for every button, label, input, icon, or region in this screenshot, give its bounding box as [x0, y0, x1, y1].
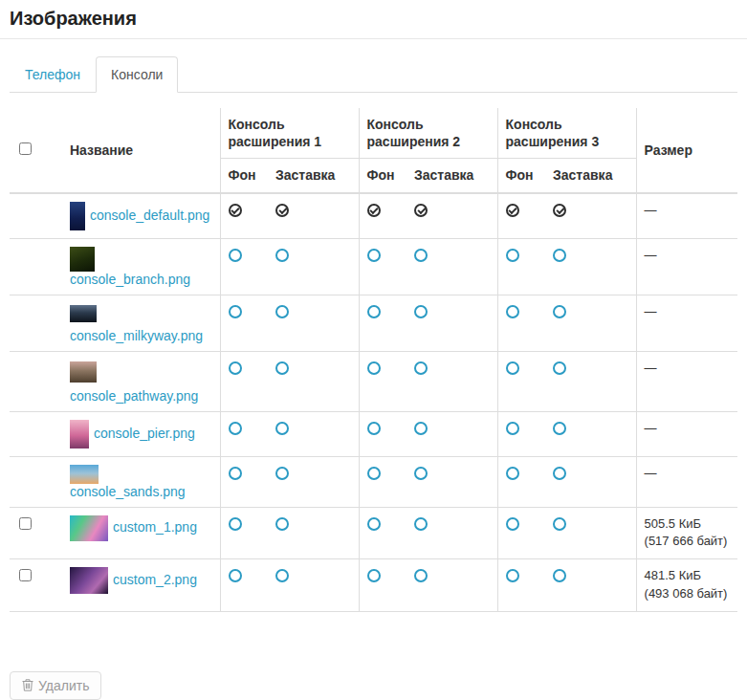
- background-radio[interactable]: [367, 422, 381, 435]
- splash-radio[interactable]: [275, 517, 289, 531]
- radio-cell: [545, 351, 636, 411]
- size-cell: —: [636, 238, 737, 295]
- file-link[interactable]: custom_2.png: [113, 572, 197, 587]
- background-radio[interactable]: [367, 517, 381, 531]
- file-link[interactable]: console_default.png: [90, 207, 209, 222]
- background-radio[interactable]: [506, 517, 519, 531]
- splash-radio[interactable]: [275, 361, 289, 375]
- splash-radio[interactable]: [414, 361, 428, 375]
- footer-bar: Удалить: [10, 671, 737, 700]
- trash-icon: [22, 679, 33, 691]
- background-radio[interactable]: [506, 204, 519, 217]
- file-link[interactable]: console_branch.png: [70, 272, 190, 287]
- row-select-cell: [10, 559, 62, 612]
- background-radio[interactable]: [229, 305, 242, 318]
- size-value: —: [645, 247, 730, 265]
- background-radio[interactable]: [229, 467, 242, 480]
- row-checkbox[interactable]: [19, 569, 32, 581]
- radio-cell: [359, 411, 406, 456]
- splash-radio[interactable]: [275, 305, 289, 318]
- radio-cell: [220, 295, 268, 351]
- size-cell: —: [636, 351, 737, 411]
- background-radio[interactable]: [229, 361, 242, 375]
- background-radio[interactable]: [367, 204, 381, 217]
- splash-radio[interactable]: [553, 517, 566, 531]
- radio-cell: [220, 507, 268, 559]
- splash-radio[interactable]: [275, 249, 289, 262]
- radio-cell: [359, 351, 406, 411]
- splash-radio[interactable]: [553, 361, 566, 375]
- background-radio[interactable]: [229, 569, 242, 582]
- splash-radio[interactable]: [414, 517, 428, 531]
- background-radio[interactable]: [229, 422, 242, 435]
- background-radio[interactable]: [506, 361, 519, 375]
- file-link[interactable]: console_milkyway.png: [70, 328, 203, 343]
- size-cell: —: [636, 456, 737, 507]
- splash-radio[interactable]: [414, 204, 428, 217]
- image-thumbnail: [70, 420, 89, 448]
- delete-button[interactable]: Удалить: [10, 671, 101, 700]
- splash-radio[interactable]: [414, 249, 428, 262]
- tab-phone[interactable]: Телефон: [10, 56, 96, 93]
- background-radio[interactable]: [367, 569, 381, 582]
- background-radio[interactable]: [506, 467, 519, 480]
- splash-radio[interactable]: [414, 467, 428, 480]
- splash-radio[interactable]: [275, 569, 289, 582]
- background-radio[interactable]: [229, 249, 242, 262]
- splash-radio[interactable]: [275, 467, 289, 480]
- size-value: —: [645, 360, 730, 378]
- background-radio[interactable]: [506, 305, 519, 318]
- radio-cell: [406, 507, 497, 559]
- background-radio[interactable]: [229, 204, 242, 217]
- column-header-splash-1: Заставка: [268, 159, 359, 193]
- radio-cell: [359, 193, 406, 239]
- size-cell: —: [636, 193, 737, 239]
- splash-radio[interactable]: [553, 467, 566, 480]
- background-radio[interactable]: [367, 249, 381, 262]
- splash-radio[interactable]: [553, 305, 566, 318]
- radio-cell: [497, 456, 545, 507]
- file-link[interactable]: console_sands.png: [70, 484, 186, 499]
- background-radio[interactable]: [506, 249, 519, 262]
- size-bytes: (493 068 байт): [645, 585, 730, 603]
- radio-cell: [545, 559, 636, 612]
- radio-cell: [406, 559, 497, 612]
- radio-cell: [220, 238, 268, 295]
- file-link[interactable]: console_pathway.png: [70, 388, 198, 404]
- splash-radio[interactable]: [553, 422, 566, 435]
- splash-radio[interactable]: [275, 422, 289, 435]
- splash-radio[interactable]: [553, 249, 566, 262]
- radio-cell: [268, 507, 359, 559]
- image-thumbnail: [70, 515, 108, 541]
- background-radio[interactable]: [367, 305, 381, 318]
- radio-cell: [268, 456, 359, 507]
- splash-radio[interactable]: [414, 569, 428, 582]
- row-checkbox[interactable]: [19, 517, 32, 530]
- splash-radio[interactable]: [553, 569, 566, 582]
- column-group-console-2: Консоль расширения 2: [359, 108, 497, 159]
- file-name-cell: console_pathway.png: [62, 351, 220, 411]
- tab-consoles[interactable]: Консоли: [96, 56, 178, 93]
- size-value: —: [645, 465, 730, 483]
- radio-cell: [545, 411, 636, 456]
- splash-radio[interactable]: [553, 204, 566, 217]
- select-all-checkbox[interactable]: [19, 142, 32, 155]
- background-radio[interactable]: [506, 422, 519, 435]
- background-radio[interactable]: [506, 569, 519, 582]
- splash-radio[interactable]: [414, 422, 428, 435]
- splash-radio[interactable]: [275, 204, 289, 217]
- column-header-background-2: Фон: [359, 159, 406, 193]
- images-table: Название Консоль расширения 1 Консоль ра…: [10, 108, 737, 612]
- file-link[interactable]: custom_1.png: [113, 519, 197, 535]
- background-radio[interactable]: [367, 361, 381, 375]
- row-select-cell: [10, 351, 62, 411]
- image-thumbnail: [70, 247, 95, 272]
- background-radio[interactable]: [229, 517, 242, 531]
- background-radio[interactable]: [367, 467, 381, 480]
- radio-cell: [359, 507, 406, 559]
- splash-radio[interactable]: [414, 305, 428, 318]
- column-header-splash-3: Заставка: [545, 159, 636, 193]
- file-link[interactable]: console_pier.png: [94, 425, 195, 440]
- radio-cell: [268, 411, 359, 456]
- column-header-name: Название: [62, 108, 220, 193]
